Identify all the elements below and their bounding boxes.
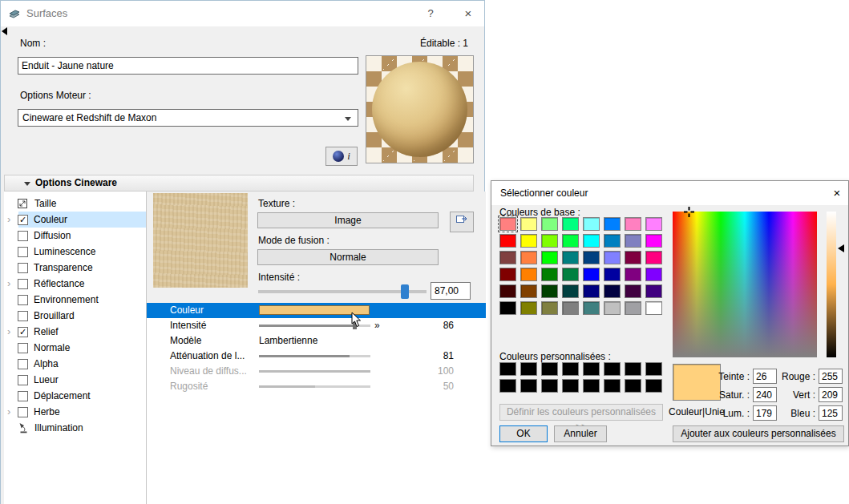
base-color-22[interactable] [625, 251, 641, 264]
base-color-33[interactable] [520, 284, 537, 298]
tree-item-relief[interactable]: ›✓Relief [4, 324, 146, 340]
param-row-niveau-de-diffus[interactable]: Niveau de diffus...100 [147, 364, 486, 379]
base-color-36[interactable] [583, 284, 600, 298]
base-color-38[interactable] [625, 284, 641, 298]
base-color-47[interactable] [645, 301, 662, 315]
base-color-4[interactable] [583, 217, 600, 231]
custom-color-7[interactable] [645, 362, 662, 376]
expand-chevron-icon[interactable]: › [4, 324, 15, 340]
tree-item-environnement[interactable]: Environnement [4, 292, 146, 308]
custom-color-8[interactable] [499, 379, 516, 393]
param-row-rugosite[interactable]: Rugosité50 [147, 379, 486, 394]
engine-dropdown[interactable]: Cineware et Redshift de Maxon [18, 109, 358, 127]
tree-item-brouillard[interactable]: Brouillard [4, 308, 146, 324]
base-color-25[interactable] [520, 268, 537, 281]
base-color-7[interactable] [645, 217, 662, 231]
tree-item-diffusion[interactable]: Diffusion [4, 228, 146, 244]
base-color-41[interactable] [520, 301, 537, 315]
base-color-23[interactable] [645, 251, 662, 264]
base-color-31[interactable] [645, 268, 662, 281]
tree-item-reflectance[interactable]: ›Réflectance [4, 276, 146, 292]
texture-thumbnail[interactable] [153, 193, 248, 288]
base-color-18[interactable] [541, 251, 558, 264]
base-color-0[interactable] [499, 217, 516, 231]
base-color-44[interactable] [583, 301, 600, 315]
checkbox-normale[interactable] [18, 343, 28, 353]
custom-color-11[interactable] [562, 379, 579, 393]
base-color-11[interactable] [562, 234, 579, 248]
base-color-34[interactable] [541, 284, 558, 298]
custom-color-10[interactable] [541, 379, 558, 393]
expand-chevron-icon[interactable]: › [4, 276, 15, 292]
image-button[interactable]: Image [257, 212, 439, 228]
tree-item-lueur[interactable]: Lueur [4, 372, 146, 388]
vert-input[interactable] [819, 387, 843, 402]
tree-item-normale[interactable]: Normale [4, 340, 146, 356]
base-color-21[interactable] [604, 251, 621, 264]
custom-color-5[interactable] [604, 362, 621, 376]
base-color-6[interactable] [625, 217, 641, 231]
hue-saturation-field[interactable] [673, 212, 817, 357]
custom-color-4[interactable] [583, 362, 600, 376]
custom-color-3[interactable] [562, 362, 579, 376]
checkbox-lueur[interactable] [18, 375, 28, 385]
checkbox-relief[interactable]: ✓ [18, 327, 28, 337]
checkbox-couleur[interactable]: ✓ [18, 215, 28, 225]
tree-item-deplacement[interactable]: Déplacement [4, 388, 146, 404]
base-color-19[interactable] [562, 251, 579, 264]
luminance-arrow-icon[interactable] [838, 244, 844, 252]
base-color-2[interactable] [541, 217, 558, 231]
custom-color-14[interactable] [625, 379, 641, 393]
custom-color-12[interactable] [583, 379, 600, 393]
define-custom-colors-button[interactable]: Définir les couleurs personnalisées >> [499, 404, 663, 421]
checkbox-brouillard[interactable] [18, 311, 28, 321]
color-dialog-close-button[interactable]: × [828, 184, 846, 202]
base-color-20[interactable] [583, 251, 600, 264]
base-color-1[interactable] [520, 217, 537, 231]
custom-color-6[interactable] [625, 362, 641, 376]
base-color-9[interactable] [520, 234, 537, 248]
slider-jump-icon[interactable]: » [374, 318, 380, 333]
base-color-29[interactable] [604, 268, 621, 281]
bleu-input[interactable] [819, 405, 843, 421]
base-color-13[interactable] [604, 234, 621, 248]
base-color-30[interactable] [625, 268, 641, 281]
tree-item-alpha[interactable]: Alpha [4, 356, 146, 372]
surface-name-input[interactable] [18, 57, 358, 75]
help-button[interactable]: ? [417, 1, 444, 26]
base-color-32[interactable] [499, 284, 516, 298]
cinema4d-info-button[interactable]: i [325, 147, 358, 166]
base-color-35[interactable] [562, 284, 579, 298]
rouge-input[interactable] [819, 369, 843, 384]
checkbox-diffusion[interactable] [18, 231, 28, 241]
checkbox-luminescence[interactable] [18, 247, 28, 257]
checkbox-deplacement[interactable] [18, 391, 28, 401]
base-color-37[interactable] [604, 284, 621, 298]
tree-item-illumination[interactable]: Illumination [4, 420, 146, 436]
intensity-slider-handle[interactable] [401, 284, 409, 299]
base-color-17[interactable] [520, 251, 537, 264]
base-color-12[interactable] [583, 234, 600, 248]
param-slider-track[interactable] [259, 355, 370, 357]
custom-color-2[interactable] [541, 362, 558, 376]
tree-item-luminescence[interactable]: Luminescence [4, 244, 146, 260]
custom-color-9[interactable] [520, 379, 537, 393]
base-color-10[interactable] [541, 234, 558, 248]
param-slider-track[interactable] [259, 385, 370, 388]
base-color-5[interactable] [604, 217, 621, 231]
checkbox-herbe[interactable] [18, 407, 28, 417]
param-row-couleur[interactable]: Couleur [147, 303, 486, 318]
cancel-button[interactable]: Annuler [554, 425, 607, 442]
intensity-slider[interactable] [258, 284, 427, 300]
luminance-bar[interactable] [827, 212, 836, 357]
checkbox-environnement[interactable] [18, 295, 28, 305]
param-row-intensite[interactable]: Intensité»86 [147, 318, 486, 333]
intensity-value-input[interactable] [431, 282, 471, 300]
close-button[interactable]: × [455, 1, 482, 26]
base-color-45[interactable] [604, 301, 621, 315]
tree-item-herbe[interactable]: ›Herbe [4, 404, 146, 420]
add-to-custom-colors-button[interactable]: Ajouter aux couleurs personnalisées [673, 425, 844, 442]
base-color-14[interactable] [625, 234, 641, 248]
tree-item-transparence[interactable]: Transparence [4, 260, 146, 276]
base-color-46[interactable] [625, 301, 641, 315]
